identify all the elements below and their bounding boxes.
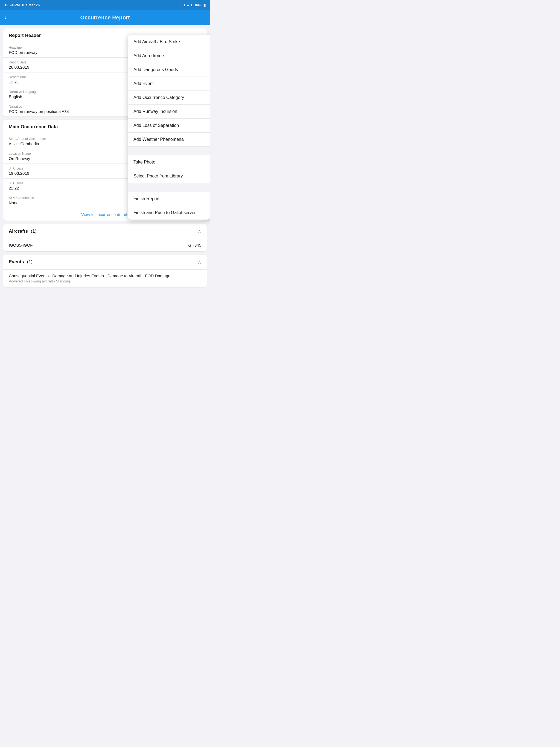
menu-add-aerodrome[interactable]: Add Aerodrome (128, 49, 210, 63)
menu-add-dangerous-goods[interactable]: Add Dangerous Goods (128, 63, 210, 77)
events-card: Events (1) ∧ Consequential Events - Dama… (3, 255, 207, 287)
menu-divider2 (128, 183, 210, 192)
dropdown-menu: Add Aircraft / Bird Strike Add Aerodrome… (128, 35, 210, 220)
menu-select-photo[interactable]: Select Photo from Library (128, 169, 210, 183)
menu-finish-push[interactable]: Finish and Push to Galiot server (128, 206, 210, 220)
battery-level: 84% (195, 3, 202, 7)
menu-add-loss-of-separation[interactable]: Add Loss of Separation (128, 119, 210, 133)
battery-icon: ▮ (204, 3, 206, 7)
events-collapse-header[interactable]: Events (1) ∧ (3, 255, 207, 269)
aircrafts-chevron-icon: ∧ (198, 228, 201, 234)
wifi-icon: ▲▲▲ (183, 3, 193, 7)
page-title: Occurrence Report (80, 15, 130, 21)
status-time: 12:24 PM (4, 3, 20, 7)
status-date: Tue Mar 26 (21, 3, 40, 7)
back-button[interactable]: ‹ (4, 14, 6, 21)
menu-add-weather-phenomena[interactable]: Add Weather Phenomena (128, 133, 210, 147)
aircrafts-list: IGOS5-IGOF GH345 (3, 239, 207, 251)
aircraft-id: IGOS5-IGOF (9, 243, 33, 248)
aircrafts-collapse-header[interactable]: Aircrafts (1) ∧ (3, 224, 207, 239)
menu-divider1 (128, 147, 210, 155)
menu-finish-report[interactable]: Finish Report (128, 192, 210, 206)
events-chevron-icon: ∧ (198, 259, 201, 265)
status-bar-right: ▲▲▲ 84% ▮ (183, 3, 206, 7)
menu-add-aircraft[interactable]: Add Aircraft / Bird Strike (128, 35, 210, 49)
menu-take-photo[interactable]: Take Photo (128, 155, 210, 169)
aircraft-item: IGOS5-IGOF GH345 (3, 239, 207, 251)
event-item: Consequential Events - Damage and Injuri… (3, 269, 207, 287)
events-list: Consequential Events - Damage and Injuri… (3, 269, 207, 287)
menu-add-occurrence-category[interactable]: Add Occurrence Category (128, 91, 210, 105)
aircraft-code: GH345 (188, 243, 201, 248)
back-chevron-icon: ‹ (4, 14, 6, 21)
events-title: Events (1) (9, 259, 32, 265)
event-title: Consequential Events - Damage and Injuri… (9, 274, 201, 278)
event-subtitle: Powered Fixed-wing aircraft - Standing (9, 279, 201, 283)
menu-add-event[interactable]: Add Event (128, 77, 210, 91)
menu-add-runway-incursion[interactable]: Add Runway Incursion (128, 105, 210, 119)
status-bar: 12:24 PM Tue Mar 26 ▲▲▲ 84% ▮ (0, 0, 210, 10)
nav-bar: ‹ Occurrence Report (0, 10, 210, 25)
aircrafts-card: Aircrafts (1) ∧ IGOS5-IGOF GH345 (3, 224, 207, 251)
status-bar-left: 12:24 PM Tue Mar 26 (4, 3, 40, 7)
aircrafts-title: Aircrafts (1) (9, 229, 36, 234)
